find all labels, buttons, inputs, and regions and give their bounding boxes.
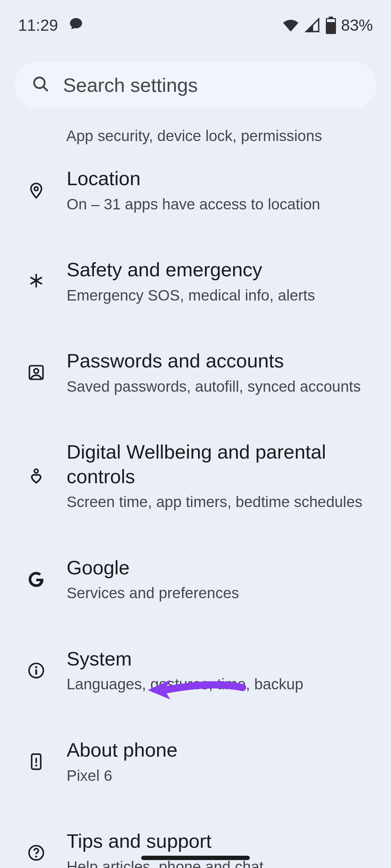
phone-device-icon [25, 751, 47, 773]
account-box-icon [25, 362, 47, 383]
info-icon [25, 660, 47, 681]
navigation-handle[interactable] [141, 856, 250, 860]
settings-item-safety-emergency[interactable]: Safety and emergency Emergency SOS, medi… [0, 236, 391, 327]
chat-notification-icon [69, 16, 83, 34]
item-subtitle: Pixel 6 [67, 766, 177, 786]
settings-item-about-phone[interactable]: About phone Pixel 6 [0, 716, 391, 807]
item-title: About phone [67, 738, 177, 762]
svg-rect-9 [35, 758, 37, 763]
search-placeholder: Search settings [63, 74, 198, 96]
svg-rect-7 [35, 669, 37, 675]
item-subtitle: Saved passwords, autofill, synced accoun… [67, 377, 361, 397]
item-title: System [67, 647, 303, 671]
item-title: Passwords and accounts [67, 349, 361, 373]
item-subtitle: Services and preferences [67, 583, 239, 603]
battery-percentage: 83% [341, 16, 373, 34]
wifi-icon [282, 17, 299, 34]
battery-icon [326, 17, 336, 34]
item-title: Digital Wellbeing and parental controls [67, 440, 356, 489]
svg-rect-0 [327, 19, 335, 22]
item-title: Tips and support [67, 829, 264, 854]
location-pin-icon [25, 179, 47, 201]
settings-list: App security, device lock, permissions L… [0, 109, 391, 868]
svg-point-6 [35, 666, 37, 668]
cellular-signal-icon [304, 17, 321, 34]
svg-point-4 [34, 469, 38, 473]
settings-item-digital-wellbeing[interactable]: Digital Wellbeing and parental controls … [0, 418, 391, 534]
item-title: Safety and emergency [67, 258, 315, 282]
search-icon [32, 75, 50, 95]
item-title: Google [67, 556, 239, 580]
svg-point-1 [34, 187, 38, 191]
status-time: 11:29 [18, 16, 58, 34]
item-subtitle: On – 31 apps have access to location [67, 195, 320, 214]
settings-item-system[interactable]: System Languages, gestures, time, backup [0, 625, 391, 716]
google-g-icon [25, 569, 47, 590]
svg-point-12 [35, 856, 37, 858]
wellbeing-icon [25, 465, 47, 487]
search-settings[interactable]: Search settings [14, 61, 377, 109]
status-bar: 11:29 83% [0, 0, 391, 40]
item-subtitle: Languages, gestures, time, backup [67, 675, 303, 694]
item-title: Location [67, 166, 320, 191]
settings-item-google[interactable]: Google Services and preferences [0, 534, 391, 625]
medical-asterisk-icon [25, 271, 47, 292]
partial-item-subtitle: App security, device lock, permissions [0, 127, 391, 145]
settings-item-passwords-accounts[interactable]: Passwords and accounts Saved passwords, … [0, 327, 391, 418]
svg-point-3 [34, 369, 39, 374]
item-subtitle: Screen time, app timers, bedtime schedul… [67, 492, 362, 512]
settings-item-location[interactable]: Location On – 31 apps have access to loc… [0, 145, 391, 236]
svg-point-10 [35, 765, 37, 766]
help-icon [25, 842, 47, 864]
item-subtitle: Emergency SOS, medical info, alerts [67, 286, 315, 306]
